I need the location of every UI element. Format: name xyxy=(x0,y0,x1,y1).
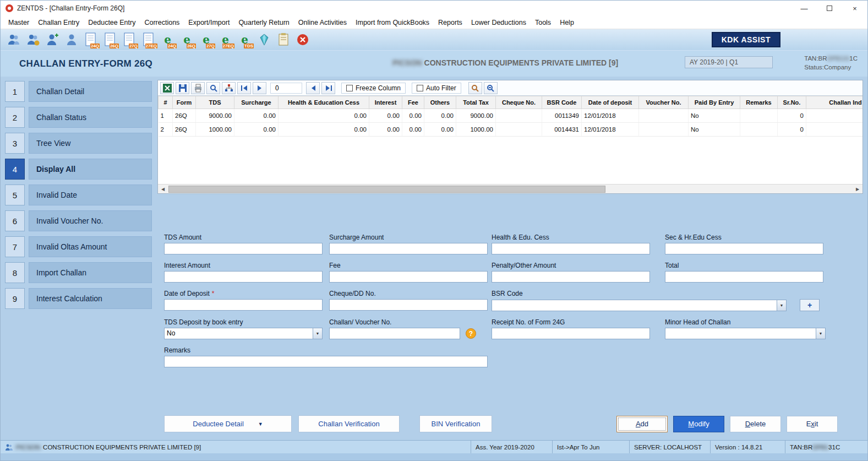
deductee-detail-button[interactable]: Deductee Detail ▼ xyxy=(164,415,292,432)
auto-filter-checkbox[interactable]: Auto Filter xyxy=(412,83,461,94)
minimize-icon[interactable]: — xyxy=(791,1,817,16)
remarks-input[interactable] xyxy=(164,356,488,367)
export-excel-icon[interactable] xyxy=(160,82,174,94)
chevron-down-icon[interactable]: ▼ xyxy=(816,328,825,339)
chevron-down-icon[interactable]: ▼ xyxy=(777,300,786,311)
ereturn-26q-icon[interactable]: e 26Q xyxy=(178,31,195,48)
menu-quarterly-return[interactable]: Quarterly Return xyxy=(234,17,293,28)
add-button[interactable]: Add xyxy=(616,416,668,432)
menu-lower-deductions[interactable]: Lower Deductions xyxy=(467,17,531,28)
checkbox-box[interactable] xyxy=(346,85,353,91)
add-bsr-button[interactable]: + xyxy=(800,299,820,311)
menu-import-quickbooks[interactable]: Import from QuickBooks xyxy=(351,17,434,28)
deductee-group-icon[interactable] xyxy=(5,31,22,48)
exit-button[interactable]: Exit xyxy=(787,416,838,432)
sidebar-item-interest-calculation[interactable]: 9 Interest Calculation xyxy=(5,288,152,309)
menu-export-import[interactable]: Export/Import xyxy=(184,17,234,28)
column-header[interactable]: Voucher No. xyxy=(639,96,689,109)
help-icon[interactable]: ? xyxy=(466,328,476,339)
column-header[interactable]: Surcharge xyxy=(234,96,279,109)
date-of-deposit-input[interactable] xyxy=(164,299,323,311)
menu-online-activities[interactable]: Online Activities xyxy=(294,17,351,28)
book-entry-select[interactable]: No ▼ xyxy=(164,328,323,339)
kdk-assist-button[interactable]: KDK ASSIST xyxy=(712,32,780,47)
chevron-down-icon[interactable]: ▼ xyxy=(313,328,322,339)
scroll-right-icon[interactable]: ▶ xyxy=(853,185,862,194)
modify-button[interactable]: Modify xyxy=(673,416,724,432)
minor-head-select[interactable]: ▼ xyxy=(665,328,826,339)
column-header[interactable]: BSR Code xyxy=(542,96,582,109)
sidebar-item-display-all[interactable]: 4 Display All xyxy=(5,159,152,180)
column-header[interactable]: Paid By Entry xyxy=(689,96,740,109)
column-header[interactable]: Form xyxy=(173,96,196,109)
table-row[interactable]: 2 26Q 1000.00 0.00 0.00 0.00 0.00 0.00 1… xyxy=(159,123,863,137)
column-header[interactable]: Total Tax xyxy=(456,96,496,109)
ereturn-27eq-icon[interactable]: e 27EQ xyxy=(217,31,234,48)
penalty-input[interactable] xyxy=(492,271,650,283)
delete-button[interactable]: Delete xyxy=(730,416,781,432)
column-header[interactable]: Others xyxy=(424,96,456,109)
menu-tools[interactable]: Tools xyxy=(531,17,555,28)
bin-verification-button[interactable]: BIN Verification xyxy=(419,415,492,432)
form-27q-icon[interactable]: 27Q xyxy=(121,31,138,48)
cheque-input[interactable] xyxy=(329,299,488,311)
gem-icon[interactable] xyxy=(255,31,272,48)
sidebar-item-invalid-oltas[interactable]: 7 Invalid Oltas Amount xyxy=(5,236,152,257)
column-header[interactable]: Interest xyxy=(369,96,402,109)
exit-toolbar-icon[interactable] xyxy=(294,31,311,48)
print-icon[interactable] xyxy=(191,82,205,94)
person-add-icon[interactable] xyxy=(43,31,61,48)
menu-challan-entry[interactable]: Challan Entry xyxy=(34,17,84,28)
bsr-code-select[interactable]: ▼ xyxy=(492,300,787,311)
nav-last-icon[interactable] xyxy=(321,82,335,94)
sidebar-item-invalid-voucher[interactable]: 6 Invalid Voucher No. xyxy=(5,210,152,231)
nav-first-icon[interactable] xyxy=(237,82,251,94)
challan-verification-button[interactable]: Challan Verification xyxy=(298,415,400,432)
menu-corrections[interactable]: Corrections xyxy=(140,17,184,28)
scroll-left-icon[interactable]: ◀ xyxy=(158,185,168,194)
form-27eq-icon[interactable]: 27EQ xyxy=(140,31,157,48)
column-header[interactable]: Fee xyxy=(402,96,424,109)
save-icon[interactable] xyxy=(176,82,189,94)
fee-input[interactable] xyxy=(329,271,488,283)
menu-help[interactable]: Help xyxy=(555,17,578,28)
column-header[interactable]: Date of deposit xyxy=(582,96,639,109)
column-header[interactable]: Remarks xyxy=(740,96,778,109)
menu-reports[interactable]: Reports xyxy=(434,17,467,28)
column-header[interactable]: Cheque No. xyxy=(496,96,542,109)
checkbox-box[interactable] xyxy=(417,85,423,91)
voucher-input[interactable] xyxy=(329,328,460,339)
column-header[interactable]: Challan Ind xyxy=(806,96,863,109)
sidebar-item-challan-status[interactable]: 2 Challan Status xyxy=(5,107,152,128)
interest-input[interactable] xyxy=(164,271,323,283)
maximize-icon[interactable] xyxy=(817,1,842,16)
sidebar-item-challan-detail[interactable]: 1 Challan Detail xyxy=(5,81,152,102)
column-header[interactable]: TDS xyxy=(196,96,234,109)
freeze-column-checkbox[interactable]: Freeze Column xyxy=(341,83,406,94)
column-header[interactable]: Health & Education Cess xyxy=(279,96,369,109)
sidebar-item-import-challan[interactable]: 8 Import Challan xyxy=(5,262,152,283)
column-header[interactable]: Sr.No. xyxy=(778,96,806,109)
health-cess-input[interactable] xyxy=(492,243,650,254)
scrollbar-thumb[interactable] xyxy=(168,186,605,193)
column-layout-icon[interactable] xyxy=(222,82,236,94)
person-icon[interactable] xyxy=(63,31,80,48)
horizontal-scrollbar[interactable]: ◀ ▶ xyxy=(158,184,862,193)
total-input[interactable] xyxy=(665,271,823,283)
sidebar-item-invalid-date[interactable]: 5 Invalid Date xyxy=(5,185,152,205)
column-header[interactable]: # xyxy=(159,96,173,109)
close-icon[interactable]: × xyxy=(842,1,867,16)
menu-master[interactable]: Master xyxy=(4,17,34,28)
ereturn-27q-icon[interactable]: e 27Q xyxy=(198,31,215,48)
nav-next-icon[interactable] xyxy=(253,82,266,94)
nav-prev-icon[interactable] xyxy=(306,82,320,94)
sec-cess-input[interactable] xyxy=(665,243,823,254)
form-26q-icon[interactable]: 26Q xyxy=(101,31,118,48)
sidebar-item-tree-view[interactable]: 3 Tree View xyxy=(5,133,152,154)
ereturn-tds-icon[interactable]: e TDS xyxy=(236,31,253,48)
ereturn-24q-icon[interactable]: e 24Q xyxy=(159,31,176,48)
filter-clear-icon[interactable] xyxy=(484,82,498,94)
certificate-icon[interactable] xyxy=(275,31,292,48)
search-icon[interactable] xyxy=(206,82,220,94)
surcharge-input[interactable] xyxy=(329,243,488,254)
